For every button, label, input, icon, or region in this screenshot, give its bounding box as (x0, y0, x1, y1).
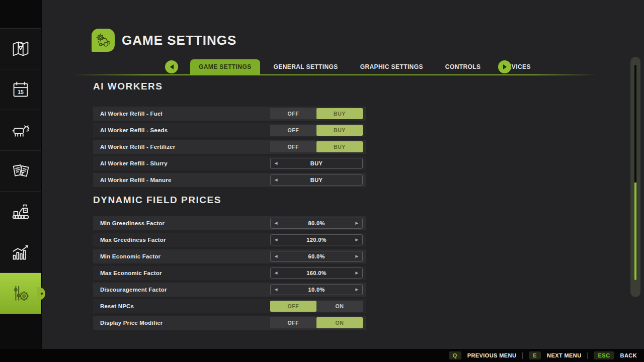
increase-arrow-icon[interactable]: ▶ (356, 251, 358, 262)
documents-icon (9, 159, 32, 183)
setting-label: Min Greediness Factor (93, 216, 165, 230)
increase-arrow-icon[interactable]: ▶ (356, 234, 358, 245)
hotkey-q[interactable]: Q (449, 351, 461, 359)
setting-label: AI Worker Refill - Manure (93, 173, 172, 187)
ai-worker-refill-fuel-buy-button[interactable]: BUY (316, 108, 363, 119)
hotkey-label-previous-menu: PREVIOUS MENU (467, 352, 517, 358)
spinner-value: 80.0% (308, 220, 325, 226)
tractor-icon (92, 29, 115, 52)
hint-separator (587, 352, 588, 359)
increase-arrow-icon[interactable]: ▶ (356, 267, 358, 279)
decrease-arrow-icon[interactable]: ◀ (275, 158, 277, 169)
page-header: GAME SETTINGS (92, 29, 236, 52)
main-panel: GAME SETTINGS GAME SETTINGSGENERAL SETTI… (43, 0, 644, 349)
ai-worker-refill-seeds-buy-button[interactable]: BUY (316, 125, 363, 136)
tab-game-settings[interactable]: GAME SETTINGS (190, 59, 260, 74)
spinner-control: ◀80.0%▶ (270, 218, 363, 229)
setting-row-ai-worker-refill-fuel: AI Worker Refill - FuelOFFBUY (93, 107, 366, 121)
setting-row-ai-worker-refill-seeds: AI Worker Refill - SeedsOFFBUY (93, 123, 366, 137)
category-tabbar: GAME SETTINGSGENERAL SETTINGSGRAPHIC SET… (43, 59, 644, 74)
previous-category-button[interactable] (165, 60, 178, 73)
display-price-modifier-off-button[interactable]: OFF (270, 317, 316, 328)
decrease-arrow-icon[interactable]: ◀ (275, 174, 277, 186)
notch-dot (41, 293, 43, 295)
sidebar-item-settings[interactable] (0, 273, 41, 314)
svg-text:15: 15 (18, 89, 24, 95)
ai-worker-refill-fertilizer-off-button[interactable]: OFF (270, 141, 316, 152)
setting-label: Max Greediness Factor (93, 233, 166, 247)
tab-list: GAME SETTINGSGENERAL SETTINGSGRAPHIC SET… (190, 59, 539, 74)
spinner-control: ◀120.0%▶ (270, 234, 363, 245)
toggle-control: OFFBUY (270, 141, 363, 152)
setting-label: Min Economic Factor (93, 249, 160, 263)
spinner-control: ◀BUY▶ (270, 158, 363, 169)
setting-row-ai-worker-refill-slurry: AI Worker Refill - Slurry◀BUY▶ (93, 156, 366, 170)
toggle-control: OFFBUY (270, 108, 363, 119)
display-price-modifier-on-button[interactable]: ON (316, 317, 363, 328)
sidebar-item-production[interactable] (0, 192, 41, 232)
section-title-ai-workers: AI WORKERS (93, 80, 366, 93)
sidebar-item-calendar[interactable]: 15 (0, 69, 41, 110)
reset-npcs-on-button[interactable]: ON (316, 301, 363, 312)
setting-row-ai-worker-refill-manure: AI Worker Refill - Manure◀BUY▶ (93, 173, 366, 187)
spinner-control: ◀BUY▶ (270, 174, 363, 186)
sidebar-item-animals[interactable] (0, 110, 41, 151)
decrease-arrow-icon[interactable]: ◀ (275, 267, 277, 279)
sidebar-item-statistics[interactable] (0, 232, 41, 273)
setting-label: AI Worker Refill - Seeds (93, 123, 168, 137)
spinner-value: 160.0% (306, 270, 327, 276)
decrease-arrow-icon[interactable]: ◀ (275, 218, 277, 229)
sidebar-items: 15 (0, 29, 41, 314)
setting-row-display-price-modifier: Display Price ModifierOFFON (93, 316, 366, 330)
scrollbar-thumb[interactable] (634, 183, 636, 280)
ai-worker-refill-fertilizer-buy-button[interactable]: BUY (316, 141, 363, 152)
toggle-control: OFFBUY (270, 125, 363, 136)
setting-row-min-economic-factor: Min Economic Factor◀60.0%▶ (93, 249, 366, 263)
spinner-control: ◀160.0%▶ (270, 267, 363, 279)
tab-general-settings[interactable]: GENERAL SETTINGS (265, 59, 347, 74)
hotkey-bar: QPREVIOUS MENUENEXT MENUESCBACK (0, 349, 644, 362)
setting-label: AI Worker Refill - Fertilizer (93, 140, 175, 154)
setting-row-discouragement-factor: Discouragement Factor◀10.0%▶ (93, 283, 366, 297)
settings-icon (9, 282, 32, 305)
tab-graphic-settings[interactable]: GRAPHIC SETTINGS (352, 59, 432, 74)
hotkey-e[interactable]: E (529, 351, 541, 359)
spinner-control: ◀60.0%▶ (270, 251, 363, 262)
scrollbar-track-line (634, 65, 636, 183)
hotkey-esc[interactable]: ESC (594, 351, 614, 359)
calendar-icon: 15 (9, 78, 32, 101)
setting-label: AI Worker Refill - Fuel (93, 107, 163, 121)
sidebar-spacer (0, 0, 41, 29)
tab-controls[interactable]: CONTROLS (437, 59, 490, 74)
decrease-arrow-icon[interactable]: ◀ (275, 234, 277, 245)
increase-arrow-icon[interactable]: ▶ (356, 218, 358, 229)
reset-npcs-off-button[interactable]: OFF (270, 301, 316, 312)
ai-worker-refill-seeds-off-button[interactable]: OFF (270, 125, 316, 136)
page-title: GAME SETTINGS (122, 33, 236, 48)
cow-icon (9, 119, 32, 142)
map-icon (9, 37, 32, 60)
sidebar: 15 (0, 0, 42, 362)
toggle-control: OFFON (270, 301, 363, 312)
spinner-value: 60.0% (308, 253, 325, 259)
settings-content: AI WORKERSAI Worker Refill - FuelOFFBUYA… (93, 80, 366, 332)
hotkey-label-back: BACK (620, 352, 637, 358)
setting-row-reset-npcs: Reset NPCsOFFON (93, 299, 366, 313)
spinner-control: ◀10.0%▶ (270, 284, 363, 295)
next-category-button[interactable] (498, 60, 511, 73)
decrease-arrow-icon[interactable]: ◀ (275, 284, 277, 295)
settings-rows: Min Greediness Factor◀80.0%▶Max Greedine… (93, 216, 366, 330)
tab-underline (73, 74, 596, 75)
scrollbar[interactable] (630, 57, 640, 297)
spinner-value: BUY (310, 177, 323, 183)
setting-row-max-economic-factor: Max Economic Factor◀160.0%▶ (93, 266, 366, 280)
decrease-arrow-icon[interactable]: ◀ (275, 251, 277, 262)
setting-label: AI Worker Refill - Slurry (93, 156, 168, 170)
setting-label: Max Economic Factor (93, 266, 162, 280)
setting-label: Reset NPCs (93, 299, 134, 313)
ai-worker-refill-fuel-off-button[interactable]: OFF (270, 108, 316, 119)
increase-arrow-icon[interactable]: ▶ (356, 284, 358, 295)
sidebar-item-map[interactable] (0, 29, 41, 69)
spinner-value: 120.0% (306, 237, 327, 243)
sidebar-item-contracts[interactable] (0, 151, 41, 192)
